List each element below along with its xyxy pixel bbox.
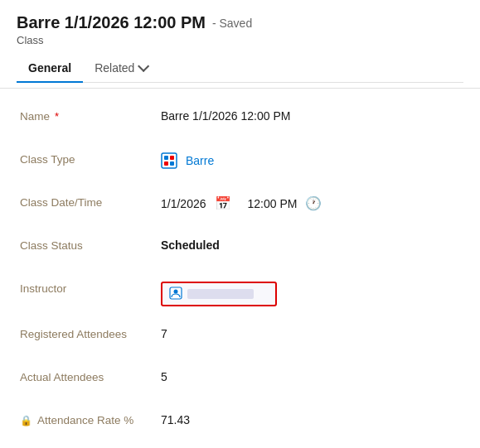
label-registered-attendees: Registered Attendees: [20, 323, 161, 340]
class-type-icon: [161, 152, 177, 169]
label-name: Name *: [20, 105, 161, 123]
value-class-status: Scheduled: [161, 234, 460, 252]
clock-icon[interactable]: 🕐: [305, 195, 322, 211]
tab-general[interactable]: General: [17, 55, 83, 83]
person-icon: [169, 287, 182, 302]
saved-status: - Saved: [212, 17, 252, 30]
record-type: Class: [17, 34, 463, 46]
field-instructor: Instructor: [20, 277, 460, 306]
value-instructor: [161, 277, 460, 306]
field-attendance-rate: 🔒 Attendance Rate % 71.43: [20, 409, 460, 436]
field-actual-attendees: Actual Attendees 5: [20, 366, 460, 393]
svg-rect-2: [170, 156, 174, 160]
label-actual-attendees: Actual Attendees: [20, 366, 161, 383]
field-datetime: Class Date/Time 1/1/2026 📅 12:00 PM 🕐: [20, 191, 460, 218]
svg-rect-3: [164, 161, 168, 166]
field-class-status: Class Status Scheduled: [20, 234, 460, 261]
field-class-type: Class Type Barre: [20, 148, 460, 175]
header: Barre 1/1/2026 12:00 PM - Saved Class Ge…: [0, 0, 480, 89]
field-name: Name * Barre 1/1/2026 12:00 PM: [20, 105, 460, 132]
value-attendance-rate: 71.43: [161, 409, 460, 426]
instructor-placeholder: [187, 289, 254, 299]
instructor-input[interactable]: [161, 282, 277, 306]
svg-point-6: [174, 289, 178, 293]
svg-rect-1: [164, 156, 168, 160]
required-indicator: *: [55, 110, 59, 123]
svg-rect-4: [170, 161, 174, 166]
value-name: Barre 1/1/2026 12:00 PM: [161, 105, 460, 123]
value-class-type: Barre: [161, 148, 460, 169]
label-attendance-rate: 🔒 Attendance Rate %: [20, 409, 161, 426]
value-registered-attendees: 7: [161, 323, 460, 340]
label-datetime: Class Date/Time: [20, 191, 161, 209]
tab-bar: General Related: [17, 55, 463, 83]
calendar-icon[interactable]: 📅: [215, 195, 231, 211]
label-instructor: Instructor: [20, 277, 161, 295]
value-actual-attendees: 5: [161, 366, 460, 383]
field-registered-attendees: Registered Attendees 7: [20, 323, 460, 349]
chevron-down-icon: [138, 60, 149, 72]
form-area: Name * Barre 1/1/2026 12:00 PM Class Typ…: [0, 89, 480, 448]
label-class-status: Class Status: [20, 234, 161, 252]
tab-related[interactable]: Related: [83, 55, 158, 83]
page-title: Barre 1/1/2026 12:00 PM: [17, 13, 206, 32]
label-class-type: Class Type: [20, 148, 161, 166]
lock-icon: 🔒: [20, 415, 32, 426]
svg-rect-0: [162, 153, 177, 168]
value-datetime: 1/1/2026 📅 12:00 PM 🕐: [161, 191, 460, 211]
